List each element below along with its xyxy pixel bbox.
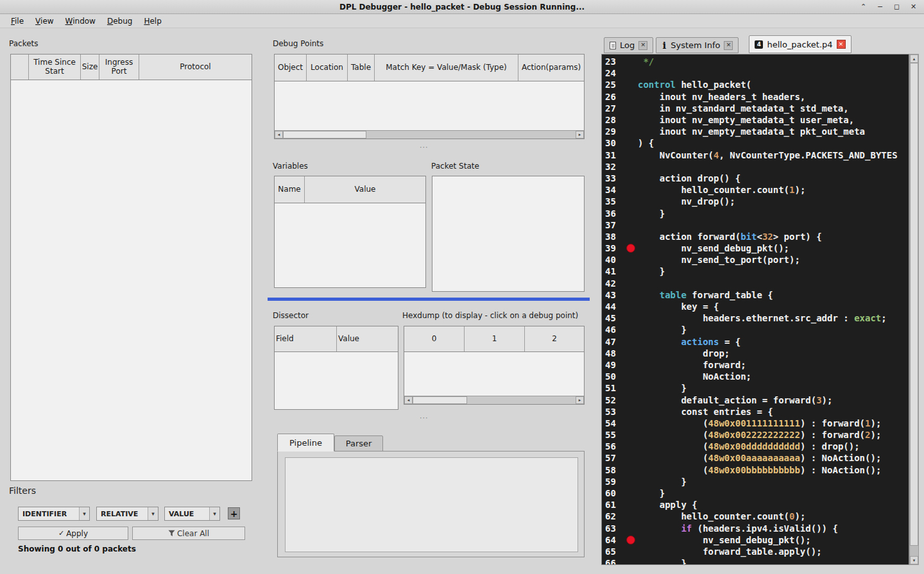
line-number[interactable]: 47 <box>602 337 624 347</box>
tab-pipeline[interactable]: Pipeline <box>277 434 334 452</box>
breakpoint-gutter[interactable] <box>624 196 638 207</box>
packets-list[interactable] <box>11 80 252 480</box>
line-number[interactable]: 65 <box>602 546 624 557</box>
line-number[interactable]: 54 <box>602 418 624 428</box>
breakpoint-gutter[interactable] <box>624 452 638 464</box>
breakpoint-gutter[interactable] <box>624 371 638 382</box>
scrollbar-thumb[interactable] <box>413 396 467 404</box>
breakpoint-gutter[interactable] <box>624 114 638 126</box>
breakpoint-gutter[interactable] <box>624 487 638 499</box>
packets-col-protocol[interactable]: Protocol <box>139 55 252 80</box>
scrollbar-thumb[interactable] <box>283 131 366 139</box>
line-number[interactable]: 60 <box>602 488 624 498</box>
col-header-0[interactable]: 0 <box>404 326 465 351</box>
col-header-value[interactable]: Value <box>337 326 398 351</box>
line-number[interactable]: 61 <box>602 500 624 510</box>
line-number[interactable]: 59 <box>602 477 624 487</box>
sash-grip[interactable]: ··· <box>420 416 429 421</box>
line-number[interactable]: 53 <box>602 407 624 417</box>
add-filter-button[interactable]: + <box>228 507 240 519</box>
line-number[interactable]: 36 <box>602 208 624 219</box>
scroll-left-arrow[interactable]: ◂ <box>275 131 283 139</box>
line-number[interactable]: 63 <box>602 523 624 534</box>
breakpoint-gutter[interactable] <box>624 429 638 441</box>
line-number[interactable]: 28 <box>602 115 624 125</box>
line-number[interactable]: 38 <box>602 232 624 242</box>
apply-filters-button[interactable]: ✓ Apply <box>18 527 128 540</box>
line-number[interactable]: 46 <box>602 325 624 335</box>
breakpoint-gutter[interactable] <box>624 312 638 324</box>
hexdump-list[interactable] <box>404 352 584 396</box>
breakpoint-gutter[interactable] <box>624 231 638 242</box>
line-number[interactable]: 42 <box>602 278 624 289</box>
line-number[interactable]: 33 <box>602 173 624 183</box>
packets-col-size[interactable]: Size <box>81 55 99 80</box>
menu-window[interactable]: Window <box>60 15 101 28</box>
breakpoint-gutter[interactable] <box>624 441 638 452</box>
breakpoint-gutter[interactable] <box>624 476 638 487</box>
breakpoint-gutter[interactable] <box>624 126 638 137</box>
menu-debug[interactable]: Debug <box>101 15 138 28</box>
line-number[interactable]: 58 <box>602 465 624 475</box>
maximize-button[interactable]: ◻ <box>893 0 901 14</box>
breakpoint-dot[interactable] <box>624 242 638 254</box>
close-system-info-tab-button[interactable]: ✕ <box>724 41 733 50</box>
tab-hello-packet-p4[interactable]: 4 hello_packet.p4 ✕ <box>749 35 851 53</box>
line-number[interactable]: 34 <box>602 185 624 195</box>
scroll-down-arrow[interactable]: ▾ <box>910 556 918 564</box>
col-header-location[interactable]: Location <box>307 55 348 81</box>
line-number[interactable]: 49 <box>602 360 624 370</box>
col-header-match-key[interactable]: Match Key = Value/Mask (Type) <box>375 55 518 81</box>
breakpoint-gutter[interactable] <box>624 523 638 534</box>
line-number[interactable]: 23 <box>602 56 624 67</box>
breakpoint-gutter[interactable] <box>624 348 638 359</box>
line-number[interactable]: 40 <box>602 255 624 265</box>
breakpoint-gutter[interactable] <box>624 103 638 114</box>
line-number[interactable]: 57 <box>602 453 624 463</box>
dissector-list[interactable] <box>275 352 398 409</box>
breakpoint-gutter[interactable] <box>624 173 638 184</box>
col-header-1[interactable]: 1 <box>465 326 525 351</box>
line-number[interactable]: 66 <box>602 558 624 565</box>
line-number[interactable]: 41 <box>602 266 624 276</box>
col-header-table[interactable]: Table <box>348 55 375 81</box>
line-number[interactable]: 32 <box>602 162 624 172</box>
line-number[interactable]: 55 <box>602 430 624 440</box>
scroll-right-arrow[interactable]: ▸ <box>576 131 584 139</box>
breakpoint-gutter[interactable] <box>624 161 638 173</box>
scroll-right-arrow[interactable]: ▸ <box>576 396 584 404</box>
line-number[interactable]: 44 <box>602 301 624 312</box>
breakpoint-gutter[interactable] <box>624 511 638 522</box>
breakpoint-gutter[interactable] <box>624 278 638 289</box>
line-number[interactable]: 51 <box>602 383 624 393</box>
clear-filters-button[interactable]: Clear All <box>132 527 245 540</box>
breakpoint-gutter[interactable] <box>624 289 638 301</box>
shade-button[interactable]: ⌃ <box>859 0 868 14</box>
breakpoint-gutter[interactable] <box>624 184 638 196</box>
line-number[interactable]: 26 <box>602 92 624 102</box>
line-number[interactable]: 29 <box>602 126 624 137</box>
breakpoint-gutter[interactable] <box>624 301 638 312</box>
line-number[interactable]: 27 <box>602 103 624 114</box>
line-number[interactable]: 64 <box>602 535 624 545</box>
breakpoint-gutter[interactable] <box>624 359 638 371</box>
breakpoint-gutter[interactable] <box>624 149 638 161</box>
col-header-value[interactable]: Value <box>305 176 425 203</box>
breakpoint-gutter[interactable] <box>624 406 638 418</box>
breakpoint-gutter[interactable] <box>624 79 638 90</box>
minimize-button[interactable]: − <box>876 0 884 14</box>
tab-log[interactable]: Log ✕ <box>604 37 653 53</box>
col-header-object[interactable]: Object <box>275 55 307 81</box>
filter-value-dropdown[interactable]: VALUE ▾ <box>164 507 220 521</box>
line-number[interactable]: 25 <box>602 80 624 90</box>
title-bar[interactable]: DPL Debugger - hello_packet - Debug Sess… <box>0 0 924 14</box>
filter-relative-dropdown[interactable]: RELATIVE ▾ <box>96 507 158 521</box>
menu-help[interactable]: Help <box>138 15 167 28</box>
line-number[interactable]: 56 <box>602 441 624 452</box>
scroll-left-arrow[interactable]: ◂ <box>404 396 413 404</box>
line-number[interactable]: 30 <box>602 138 624 148</box>
breakpoint-gutter[interactable] <box>624 499 638 511</box>
line-number[interactable]: 62 <box>602 511 624 521</box>
line-number[interactable]: 35 <box>602 196 624 207</box>
col-header-2[interactable]: 2 <box>525 326 584 351</box>
